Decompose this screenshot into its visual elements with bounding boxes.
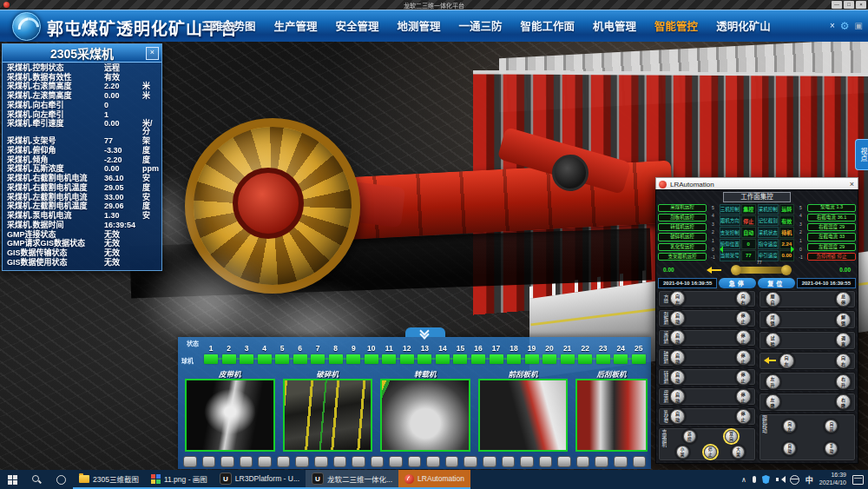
menu-item-透明化矿山[interactable]: 透明化矿山 [716, 17, 771, 34]
search-button[interactable] [24, 470, 49, 489]
round-button-停止[interactable]: 停止 [736, 409, 751, 424]
camera-thumbnail[interactable] [185, 379, 275, 452]
film-cell[interactable] [277, 456, 291, 467]
lr-titlebar[interactable]: LRAutomation × [655, 177, 858, 190]
round-button-向左[interactable]: 向左 [779, 354, 794, 368]
camera-status-square[interactable] [382, 354, 396, 364]
round-button-总停[interactable]: 总停 [836, 292, 851, 307]
round-button-停止[interactable]: 停止 [736, 330, 751, 345]
film-cell[interactable] [595, 456, 608, 467]
camera-status-square[interactable] [222, 354, 236, 364]
taskbar-item[interactable]: LRAutomation [398, 470, 470, 489]
camera-status-square[interactable] [490, 354, 503, 364]
film-cell[interactable] [371, 456, 385, 467]
round-button-自动[interactable]: 自动 [783, 442, 796, 455]
film-cell[interactable] [520, 456, 534, 467]
round-button-闭锁[interactable]: 闭锁 [766, 313, 780, 327]
camera-status-square[interactable] [436, 354, 450, 364]
remote-button[interactable]: 刮板机远控 [658, 214, 707, 221]
tools-icon[interactable]: × [830, 22, 835, 30]
value-button[interactable]: 右截温度29 [807, 223, 856, 231]
menu-item-三维态势图[interactable]: 三维态势图 [201, 17, 256, 34]
film-cell[interactable] [352, 456, 365, 467]
round-button-手动[interactable]: 手动 [825, 442, 838, 455]
round-button-向右[interactable]: 向右 [836, 354, 851, 368]
round-button-停止[interactable]: 停止 [704, 446, 717, 459]
round-button-双向[interactable]: 双向 [725, 430, 738, 443]
film-cell[interactable] [576, 456, 590, 467]
film-cell[interactable] [202, 456, 216, 467]
film-cell[interactable] [539, 456, 553, 467]
taskbar-item[interactable]: ULR3DPlatform - U... [214, 470, 306, 489]
remote-button[interactable]: 采煤机远控 [658, 204, 707, 212]
collapse-tab[interactable] [405, 327, 445, 337]
estop-button[interactable]: 急停 [719, 278, 756, 288]
film-cell[interactable] [295, 456, 309, 467]
round-button-大架[interactable]: 大架 [732, 446, 745, 459]
round-button-停止[interactable]: 停止 [736, 389, 751, 404]
network-icon[interactable] [790, 475, 799, 485]
remote-button[interactable]: 破碎机远控 [658, 233, 707, 241]
camera-status-square[interactable] [275, 354, 289, 364]
camera-status-square[interactable] [596, 354, 610, 364]
film-cell[interactable] [483, 456, 496, 467]
round-button-试验[interactable]: 试验 [766, 333, 780, 347]
restore-icon[interactable]: ▣ [855, 22, 863, 30]
film-cell[interactable] [240, 456, 253, 467]
round-button-启动[interactable]: 启动 [670, 409, 685, 424]
film-cell[interactable] [426, 456, 440, 467]
round-button-左降[interactable]: 左降 [766, 394, 780, 409]
round-button-右降[interactable]: 右降 [836, 394, 851, 409]
camera-status-square[interactable] [453, 354, 467, 364]
camera-status-square[interactable] [525, 354, 539, 364]
round-button-停止[interactable]: 停止 [736, 311, 751, 326]
film-cell[interactable] [464, 456, 477, 467]
round-button-向右[interactable]: 向右 [736, 291, 751, 306]
menu-item-生产管理[interactable]: 生产管理 [274, 17, 318, 34]
cortana-button[interactable] [49, 470, 73, 489]
camera-status-square[interactable] [578, 354, 592, 364]
film-cell[interactable] [258, 456, 272, 467]
taskbar-item[interactable]: 2305三维截图 [73, 470, 145, 489]
value-button[interactable]: 左截电流33 [807, 233, 856, 241]
film-cell[interactable] [333, 456, 347, 467]
camera-status-square[interactable] [561, 354, 575, 364]
round-button-停止[interactable]: 停止 [736, 350, 751, 365]
camera-status-square[interactable] [258, 354, 272, 364]
menu-item-一通三防[interactable]: 一通三防 [459, 17, 503, 34]
camera-status-square[interactable] [542, 354, 556, 364]
round-button-向左[interactable]: 向左 [670, 291, 685, 306]
film-cell[interactable] [502, 456, 516, 467]
menu-item-安全管理[interactable]: 安全管理 [336, 17, 379, 34]
taskbar-item[interactable]: 11.png - 画图 [145, 470, 214, 489]
value-button[interactable]: 急停闭锁停止 [807, 253, 856, 261]
round-button-调直[interactable]: 调直 [836, 333, 851, 347]
remote-button[interactable]: 转载机远控 [658, 223, 707, 231]
film-cell[interactable] [557, 456, 571, 467]
menu-item-智能工作面[interactable]: 智能工作面 [521, 17, 575, 34]
menu-item-机电管理[interactable]: 机电管理 [593, 17, 636, 34]
camera-status-square[interactable] [418, 354, 431, 364]
usb-icon[interactable] [753, 476, 756, 483]
menu-item-地测管理[interactable]: 地测管理 [398, 17, 441, 34]
camera-thumbnail[interactable] [380, 379, 470, 452]
round-button-顺启[interactable]: 顺启 [766, 292, 780, 307]
round-button-停止[interactable]: 停止 [736, 370, 751, 385]
remote-button[interactable]: 支架跟机远控 [658, 253, 707, 261]
start-button[interactable] [0, 470, 24, 489]
film-cell[interactable] [220, 456, 234, 467]
speaker-icon[interactable] [776, 476, 784, 483]
film-cell[interactable] [614, 456, 628, 467]
reset-button[interactable]: 复位 [758, 278, 795, 288]
camera-status-square[interactable] [471, 354, 485, 364]
camera-status-square[interactable] [507, 354, 521, 364]
camera-thumbnail[interactable] [283, 379, 373, 452]
ime-indicator[interactable]: 中 [806, 474, 813, 486]
close-icon[interactable]: × [850, 179, 854, 189]
camera-status-square[interactable] [311, 354, 325, 364]
round-button-启动[interactable]: 启动 [670, 370, 685, 385]
camera-status-square[interactable] [346, 354, 360, 364]
round-button-向左[interactable]: 向左 [783, 420, 796, 433]
camera-status-square[interactable] [240, 354, 253, 364]
round-button-右升[interactable]: 右升 [836, 374, 851, 389]
